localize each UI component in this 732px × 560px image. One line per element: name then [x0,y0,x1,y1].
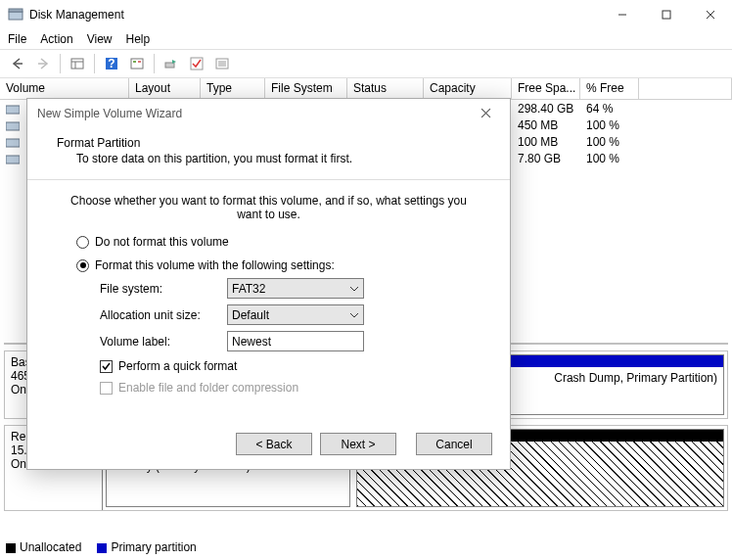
radio-icon [76,259,89,272]
cancel-button[interactable]: Cancel [416,433,492,455]
col-layout[interactable]: Layout [129,78,201,99]
forward-button[interactable] [31,53,55,74]
svg-rect-14 [133,61,136,63]
radio-icon [76,236,89,249]
cell-pct: 100 % [580,135,639,149]
window-title: Disk Management [29,8,600,22]
cell-free: 7.80 GB [512,152,580,165]
svg-rect-1 [9,9,23,12]
cell-pct: 64 % [580,102,639,116]
minimize-button[interactable] [600,0,644,29]
list-icon[interactable] [210,53,234,74]
col-spacer [639,78,732,99]
volume-icon [6,153,20,164]
svg-rect-15 [138,61,141,63]
new-volume-wizard-dialog: New Simple Volume Wizard Format Partitio… [26,98,511,470]
check-icon[interactable] [185,53,208,74]
svg-rect-24 [6,139,20,147]
dialog-subheading: To store data on this partition, you mus… [76,152,490,165]
svg-rect-3 [663,11,670,19]
col-filesystem[interactable]: File System [265,78,347,99]
checkbox-icon [100,382,113,395]
chevron-down-icon [349,283,359,297]
svg-rect-22 [6,106,20,114]
col-free[interactable]: Free Spa... [512,78,580,99]
legend-primary-swatch [97,543,107,553]
menu-action[interactable]: Action [40,32,72,46]
dialog-close-button[interactable] [471,106,500,121]
legend: Unallocated Primary partition [6,540,197,554]
label-file-system: File system: [100,282,227,296]
radio-do-not-format[interactable]: Do not format this volume [76,235,480,249]
legend-unallocated-swatch [6,543,16,553]
back-button[interactable]: < Back [236,433,312,455]
dialog-prompt: Choose whether you want to format this v… [57,194,480,221]
svg-rect-13 [131,59,143,69]
label-allocation-unit: Allocation unit size: [100,308,227,322]
svg-rect-8 [71,59,83,69]
close-button[interactable] [688,0,732,29]
volume-icon [6,136,20,148]
cell-pct: 100 % [580,152,639,165]
view-icon[interactable] [66,53,89,74]
col-volume[interactable]: Volume [0,78,129,99]
checkbox-quick-format[interactable]: Perform a quick format [100,359,480,373]
svg-text:?: ? [108,57,114,70]
col-type[interactable]: Type [201,78,265,99]
help-icon[interactable]: ? [100,53,123,74]
cell-free: 298.40 GB [512,102,580,116]
checkbox-compression: Enable file and folder compression [100,381,480,395]
col-pctfree[interactable]: % Free [580,78,639,99]
menu-help[interactable]: Help [126,32,151,46]
checkbox-icon [100,360,113,373]
volume-list-header: Volume Layout Type File System Status Ca… [0,78,732,100]
col-status[interactable]: Status [347,78,424,99]
maximize-button[interactable] [644,0,688,29]
allocation-unit-dropdown[interactable]: Default [227,304,364,325]
radio-format-with-settings[interactable]: Format this volume with the following se… [76,258,480,272]
svg-rect-0 [9,12,23,20]
toolbar: ? [0,49,732,78]
label-volume-label: Volume label: [100,335,227,349]
action-icon[interactable] [160,53,183,74]
volume-icon [6,119,20,131]
dialog-title: New Simple Volume Wizard [37,107,471,120]
window-titlebar: Disk Management [0,0,732,29]
chevron-down-icon [349,309,359,323]
dialog-heading: Format Partition [57,136,490,150]
volume-icon [6,103,20,115]
back-button[interactable] [6,53,29,74]
next-button[interactable]: Next > [320,433,396,455]
menu-view[interactable]: View [87,32,113,46]
volume-label-input[interactable] [227,331,364,351]
file-system-dropdown[interactable]: FAT32 [227,278,364,299]
menu-bar: File Action View Help [0,29,732,49]
cell-free: 100 MB [512,135,580,149]
svg-rect-23 [6,122,20,130]
svg-rect-17 [191,58,203,70]
svg-rect-16 [165,63,174,68]
menu-file[interactable]: File [8,32,26,46]
cell-free: 450 MB [512,118,580,132]
settings-icon[interactable] [125,53,149,74]
cell-pct: 100 % [580,118,639,132]
col-capacity[interactable]: Capacity [424,78,512,99]
app-icon [8,7,23,23]
svg-rect-25 [6,156,20,163]
